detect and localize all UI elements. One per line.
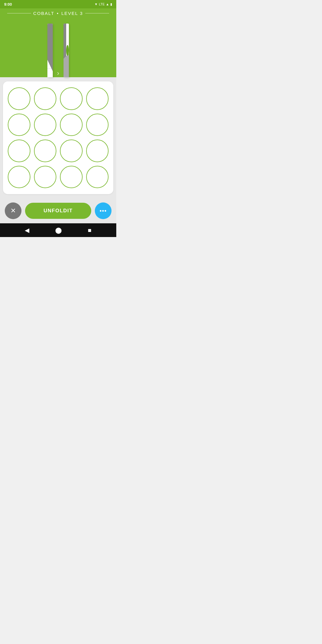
- grid-circle[interactable]: [8, 87, 30, 110]
- preview-right-white: [66, 24, 69, 77]
- grid-circle[interactable]: [60, 87, 83, 110]
- grid-circle[interactable]: [8, 140, 30, 162]
- grid-circle[interactable]: [86, 87, 109, 110]
- grid-circle[interactable]: [8, 114, 30, 136]
- battery-icon: ▮: [110, 2, 112, 6]
- grid-circle[interactable]: [86, 140, 109, 162]
- more-icon: •••: [100, 208, 107, 214]
- preview-dot: [66, 45, 69, 56]
- back-button[interactable]: ◀: [25, 227, 29, 234]
- status-time: 9:00: [4, 2, 12, 7]
- recent-button[interactable]: ■: [88, 227, 91, 234]
- grid-circle[interactable]: [60, 166, 83, 188]
- bottom-bar: ✕ UNFOLDIT •••: [0, 198, 116, 223]
- cancel-icon: ✕: [10, 208, 16, 214]
- level-label: LEVEL 3: [61, 11, 83, 16]
- status-icons: ▼ LTE ▲ ▮: [95, 2, 112, 6]
- game-header: COBALT • LEVEL 3 ›: [0, 8, 116, 77]
- preview-left-card: [47, 24, 53, 77]
- nav-bar: ◀ ⬤ ■: [0, 223, 116, 237]
- preview-left-bottom: [47, 68, 53, 77]
- cancel-button[interactable]: ✕: [5, 202, 21, 219]
- grid-circle[interactable]: [34, 87, 57, 110]
- game-name: COBALT: [33, 11, 55, 16]
- grid-circle[interactable]: [34, 166, 57, 188]
- preview-arrow: ›: [53, 69, 64, 77]
- header-line-left: [7, 13, 31, 13]
- grid-circle[interactable]: [8, 166, 30, 188]
- preview-right-card: [64, 24, 69, 77]
- grid-circle[interactable]: [86, 114, 109, 136]
- grid-card: [3, 81, 113, 194]
- unfold-button[interactable]: UNFOLDIT: [25, 203, 91, 219]
- game-grid: [8, 87, 109, 188]
- grid-circle[interactable]: [60, 140, 83, 162]
- grid-circle[interactable]: [34, 114, 57, 136]
- header-separator: •: [57, 11, 59, 16]
- header-title: COBALT • LEVEL 3: [7, 11, 109, 18]
- grid-circle[interactable]: [60, 114, 83, 136]
- wifi-icon: ▼: [95, 2, 98, 6]
- lte-label: LTE: [99, 2, 105, 6]
- grid-container: [0, 77, 116, 198]
- signal-icon: ▲: [106, 2, 109, 6]
- more-button[interactable]: •••: [95, 202, 112, 219]
- home-button[interactable]: ⬤: [55, 227, 62, 234]
- grid-circle[interactable]: [34, 140, 57, 162]
- status-bar: 9:00 ▼ LTE ▲ ▮: [0, 0, 116, 8]
- arrow-icon: ›: [57, 69, 59, 77]
- grid-circle[interactable]: [86, 166, 109, 188]
- header-line-right: [85, 13, 109, 13]
- preview-area: ›: [45, 18, 71, 77]
